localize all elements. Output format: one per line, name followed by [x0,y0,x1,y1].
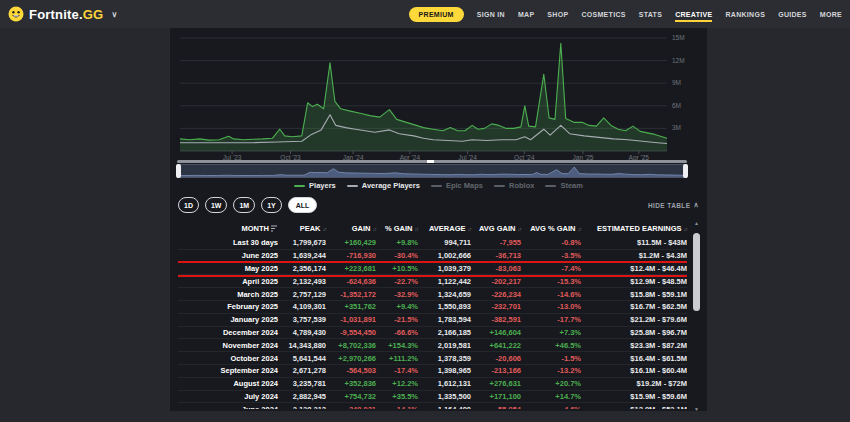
chart-svg: 15M12M9M6M3MJul '23Oct '23Jan '24Apr '24… [170,30,707,161]
nav-item-map[interactable]: MAP [518,4,534,24]
nav-item-rankings[interactable]: RANKINGS [725,4,765,24]
table-row-october-2024[interactable]: October 20245,641,544+2,970,266+111.2%1,… [178,352,687,365]
table-row-june-2024[interactable]: June 20242,128,213-349,031-14.1%1,164,40… [178,403,687,409]
nav-item-stats[interactable]: STATS [639,4,662,24]
cell-avg: 1,550,893 [418,302,471,311]
table-row-february-2025[interactable]: February 20254,109,301+351,762+9.4%1,550… [178,301,687,314]
table-row-september-2024[interactable]: September 20242,671,278-564,503-17.4%1,3… [178,365,687,378]
nav-item-more[interactable]: MORE [820,4,842,24]
cell-gain: +2,970,266 [326,354,376,363]
nav-item-sign-in[interactable]: SIGN IN [477,4,505,24]
cell-earnings: $15.9M - $59.6M [581,392,687,401]
table-row-april-2025[interactable]: April 20252,132,493-624,636-22.7%1,122,4… [178,275,687,288]
cell-pct: +9.8% [376,238,418,247]
cell-earnings: $21.2M - $79.6M [581,315,687,324]
nav-item-creative[interactable]: CREATIVE [675,4,712,24]
table-row-november-2024[interactable]: November 202414,343,880+8,702,336+154.3%… [178,339,687,352]
cell-avg: 1,002,666 [418,251,471,260]
legend-item-players[interactable]: Players [294,181,336,190]
legend-item-average-players[interactable]: Average Players [347,181,420,190]
scroll-down-arrow-icon[interactable]: ▼ [691,406,702,412]
cell-pct: +35.5% [376,392,418,401]
cell-gain: +352,836 [326,379,376,388]
table-row-august-2024[interactable]: August 20243,235,781+352,836+12.2%1,612,… [178,378,687,391]
hide-table-toggle[interactable]: HIDE TABLE ∧ [648,201,699,209]
cell-avg: 1,783,594 [418,315,471,324]
cell-peak: 3,235,781 [278,379,326,388]
chevron-up-icon: ∧ [693,201,699,209]
cell-month: February 2025 [178,302,278,311]
premium-button[interactable]: PREMIUM [409,7,464,22]
chart-controls: 1D1W1M1YALL HIDE TABLE ∧ [178,196,699,214]
cell-avg: 1,398,965 [418,366,471,375]
cell-gain: +754,732 [326,392,376,401]
range-button-1m[interactable]: 1M [233,197,255,213]
range-button-1d[interactable]: 1D [178,197,199,213]
navigator-left-handle[interactable] [176,164,181,178]
nav-item-cosmetics[interactable]: COSMETICS [581,4,625,24]
cell-month: May 2025 [178,264,278,273]
cell-peak: 2,882,945 [278,392,326,401]
table-row-december-2024[interactable]: December 20244,789,430-9,554,450-66.6%2,… [178,327,687,340]
cell-avg_gain: +641,222 [471,341,521,350]
range-button-1y[interactable]: 1Y [261,197,282,213]
nav-item-shop[interactable]: SHOP [547,4,568,24]
legend-item-roblox[interactable]: Roblox [494,181,534,190]
table-row-january-2025[interactable]: January 20253,757,539-1,031,891-21.5%1,7… [178,314,687,327]
cell-earnings: $12.9M - $48.5M [581,277,687,286]
column-label: AVG % GAIN [530,224,575,233]
player-count-chart[interactable]: 15M12M9M6M3MJul '23Oct '23Jan '24Apr '24… [170,30,707,161]
cell-month: July 2024 [178,392,278,401]
scrollbar-grip[interactable] [427,160,434,163]
column-header-avg-gain[interactable]: AVG GAIN↓↑ [471,224,521,233]
table-row-june-2025[interactable]: June 20251,639,244-716,930-30.4%1,002,66… [178,250,687,263]
cell-gain: +160,429 [326,238,376,247]
range-button-1w[interactable]: 1W [205,197,228,213]
cell-pct: +12.2% [376,379,418,388]
cell-pct: -17.4% [376,366,418,375]
cell-earnings: $16.7M - $62.5M [581,302,687,311]
nav-item-guides[interactable]: GUIDES [778,4,807,24]
column-header-gain[interactable]: % GAIN↓↑ [376,224,418,233]
table-row-last-30-days[interactable]: Last 30 days1,799,673+160,429+9.8%994,71… [178,237,687,250]
sort-desc-icon [271,225,278,232]
chart-horizontal-scrollbar[interactable] [177,160,687,163]
legend-dash-icon [294,185,305,187]
site-logo[interactable]: Fortnite.GG ∨ [8,6,117,22]
cell-gain: -716,930 [326,251,376,260]
cell-avg: 2,166,185 [418,328,471,337]
cell-month: October 2024 [178,354,278,363]
legend-item-steam[interactable]: Steam [545,181,583,190]
column-header-estimated-earnings[interactable]: ESTIMATED EARNINGS↓↑ [581,224,687,233]
column-header-month[interactable]: MONTH [178,224,278,233]
column-header-gain[interactable]: GAIN↓↑ [326,224,376,233]
chevron-down-icon: ∨ [111,10,117,19]
chart-range-navigator[interactable] [177,164,687,178]
y-axis-label: 15M [672,34,685,41]
table-row-march-2025[interactable]: March 20252,757,129-1,352,172-32.9%1,324… [178,288,687,301]
cell-avg: 1,122,442 [418,277,471,286]
cell-earnings: $11.5M - $43M [581,238,687,247]
table-row-may-2025[interactable]: May 20252,356,174+223,681+10.5%1,039,379… [178,263,687,276]
column-header-peak[interactable]: PEAK↓↑ [278,224,326,233]
legend-item-epic-maps[interactable]: Epic Maps [431,181,483,190]
cell-avg_pct: +46.5% [521,341,581,350]
table-vertical-scrollbar[interactable]: ▲ ▼ [691,220,702,412]
cell-peak: 14,343,880 [278,341,326,350]
cell-avg_pct: -15.3% [521,277,581,286]
cell-avg_gain: -55,954 [471,405,521,409]
column-header-average[interactable]: AVERAGE↓↑ [418,224,471,233]
column-label: PEAK [300,224,321,233]
cell-peak: 4,789,430 [278,328,326,337]
cell-gain: +223,681 [326,264,376,273]
cell-peak: 5,641,544 [278,354,326,363]
range-button-all[interactable]: ALL [288,197,318,213]
navigator-right-handle[interactable] [683,164,688,178]
y-axis-label: 12M [672,57,685,64]
cell-avg_gain: -20,606 [471,354,521,363]
column-header-avg-gain[interactable]: AVG % GAIN↓↑ [521,224,581,233]
scroll-up-arrow-icon[interactable]: ▲ [691,220,702,226]
scrollbar-thumb[interactable] [693,233,700,311]
cell-avg_pct: +20.7% [521,379,581,388]
table-row-july-2024[interactable]: July 20242,882,945+754,732+35.5%1,335,50… [178,391,687,404]
